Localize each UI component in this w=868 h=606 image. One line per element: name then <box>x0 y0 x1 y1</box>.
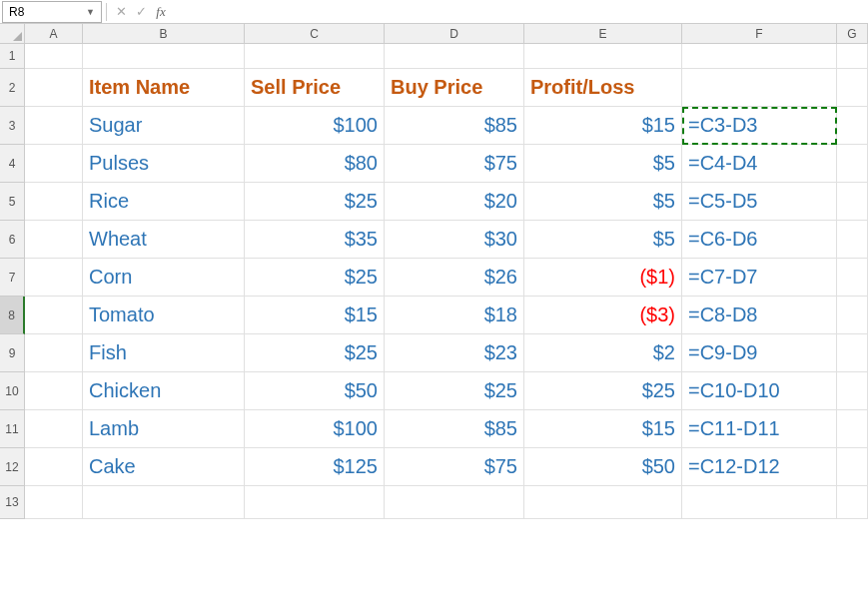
cell-B13[interactable] <box>83 486 245 519</box>
cell-C2[interactable]: Sell Price <box>245 69 385 107</box>
column-header-F[interactable]: F <box>682 24 837 44</box>
row-header-1[interactable]: 1 <box>0 44 25 69</box>
cell-C8[interactable]: $15 <box>245 297 385 334</box>
row-header-11[interactable]: 11 <box>0 410 25 448</box>
row-header-4[interactable]: 4 <box>0 145 25 183</box>
cell-A7[interactable] <box>25 259 83 297</box>
cell-D9[interactable]: $23 <box>385 334 524 372</box>
cell-B7[interactable]: Corn <box>83 259 245 297</box>
cell-B3[interactable]: Sugar <box>83 107 245 145</box>
column-header-C[interactable]: C <box>245 24 385 44</box>
cell-C1[interactable] <box>245 44 385 69</box>
cell-F9[interactable]: =C9-D9 <box>682 334 837 372</box>
cell-E3[interactable]: $15 <box>524 107 682 145</box>
row-header-10[interactable]: 10 <box>0 372 25 410</box>
column-header-D[interactable]: D <box>385 24 524 44</box>
cell-D11[interactable]: $85 <box>385 410 524 448</box>
column-header-G[interactable]: G <box>837 24 868 44</box>
cell-C13[interactable] <box>245 486 385 519</box>
cell-G5[interactable] <box>837 183 868 221</box>
cell-B11[interactable]: Lamb <box>83 410 245 448</box>
cell-B2[interactable]: Item Name <box>83 69 245 107</box>
cell-D13[interactable] <box>385 486 524 519</box>
cell-C10[interactable]: $50 <box>245 372 385 410</box>
cell-G1[interactable] <box>837 44 868 69</box>
cell-D3[interactable]: $85 <box>385 107 524 145</box>
row-header-2[interactable]: 2 <box>0 69 25 107</box>
cell-A2[interactable] <box>25 69 83 107</box>
cell-F4[interactable]: =C4-D4 <box>682 145 837 183</box>
cell-G8[interactable] <box>837 297 868 334</box>
cell-B9[interactable]: Fish <box>83 334 245 372</box>
cell-C6[interactable]: $35 <box>245 221 385 259</box>
row-header-3[interactable]: 3 <box>0 107 25 145</box>
cell-A12[interactable] <box>25 448 83 486</box>
cell-A6[interactable] <box>25 221 83 259</box>
cell-D5[interactable]: $20 <box>385 183 524 221</box>
cancel-icon[interactable]: ✕ <box>111 2 131 22</box>
cell-F5[interactable]: =C5-D5 <box>682 183 837 221</box>
column-header-E[interactable]: E <box>524 24 682 44</box>
cell-F7[interactable]: =C7-D7 <box>682 259 837 297</box>
cell-E9[interactable]: $2 <box>524 334 682 372</box>
cell-A10[interactable] <box>25 372 83 410</box>
cell-A8[interactable] <box>25 297 83 334</box>
cell-A13[interactable] <box>25 486 83 519</box>
select-all-corner[interactable] <box>0 24 25 44</box>
cell-F11[interactable]: =C11-D11 <box>682 410 837 448</box>
cell-A4[interactable] <box>25 145 83 183</box>
cell-F2[interactable] <box>682 69 837 107</box>
cell-F3[interactable]: =C3-D3 <box>682 107 837 145</box>
cell-D7[interactable]: $26 <box>385 259 524 297</box>
row-header-6[interactable]: 6 <box>0 221 25 259</box>
cell-D10[interactable]: $25 <box>385 372 524 410</box>
cell-G2[interactable] <box>837 69 868 107</box>
cell-G3[interactable] <box>837 107 868 145</box>
cell-B8[interactable]: Tomato <box>83 297 245 334</box>
cell-G10[interactable] <box>837 372 868 410</box>
cell-C4[interactable]: $80 <box>245 145 385 183</box>
cell-C9[interactable]: $25 <box>245 334 385 372</box>
cell-D8[interactable]: $18 <box>385 297 524 334</box>
cell-D2[interactable]: Buy Price <box>385 69 524 107</box>
cells-area[interactable]: Item NameSell PriceBuy PriceProfit/LossS… <box>25 44 868 519</box>
cell-A11[interactable] <box>25 410 83 448</box>
cell-D12[interactable]: $75 <box>385 448 524 486</box>
cell-G7[interactable] <box>837 259 868 297</box>
cell-F8[interactable]: =C8-D8 <box>682 297 837 334</box>
cell-B6[interactable]: Wheat <box>83 221 245 259</box>
cell-G6[interactable] <box>837 221 868 259</box>
cell-B4[interactable]: Pulses <box>83 145 245 183</box>
cell-F10[interactable]: =C10-D10 <box>682 372 837 410</box>
cell-B12[interactable]: Cake <box>83 448 245 486</box>
cell-E7[interactable]: ($1) <box>524 259 682 297</box>
cell-C12[interactable]: $125 <box>245 448 385 486</box>
formula-input[interactable] <box>171 2 868 22</box>
chevron-down-icon[interactable]: ▼ <box>86 7 95 17</box>
cell-G9[interactable] <box>837 334 868 372</box>
cell-A3[interactable] <box>25 107 83 145</box>
cell-E8[interactable]: ($3) <box>524 297 682 334</box>
column-header-B[interactable]: B <box>83 24 245 44</box>
cell-G4[interactable] <box>837 145 868 183</box>
cell-A1[interactable] <box>25 44 83 69</box>
cell-E13[interactable] <box>524 486 682 519</box>
cell-D6[interactable]: $30 <box>385 221 524 259</box>
row-header-5[interactable]: 5 <box>0 183 25 221</box>
cell-E12[interactable]: $50 <box>524 448 682 486</box>
cell-F6[interactable]: =C6-D6 <box>682 221 837 259</box>
cell-A9[interactable] <box>25 334 83 372</box>
cell-C11[interactable]: $100 <box>245 410 385 448</box>
cell-C5[interactable]: $25 <box>245 183 385 221</box>
row-header-12[interactable]: 12 <box>0 448 25 486</box>
cell-E6[interactable]: $5 <box>524 221 682 259</box>
cell-D1[interactable] <box>385 44 524 69</box>
cell-E1[interactable] <box>524 44 682 69</box>
cell-F13[interactable] <box>682 486 837 519</box>
cell-E11[interactable]: $15 <box>524 410 682 448</box>
cell-C7[interactable]: $25 <box>245 259 385 297</box>
cell-B1[interactable] <box>83 44 245 69</box>
column-header-A[interactable]: A <box>25 24 83 44</box>
cell-E2[interactable]: Profit/Loss <box>524 69 682 107</box>
fx-icon[interactable]: fx <box>151 2 171 22</box>
